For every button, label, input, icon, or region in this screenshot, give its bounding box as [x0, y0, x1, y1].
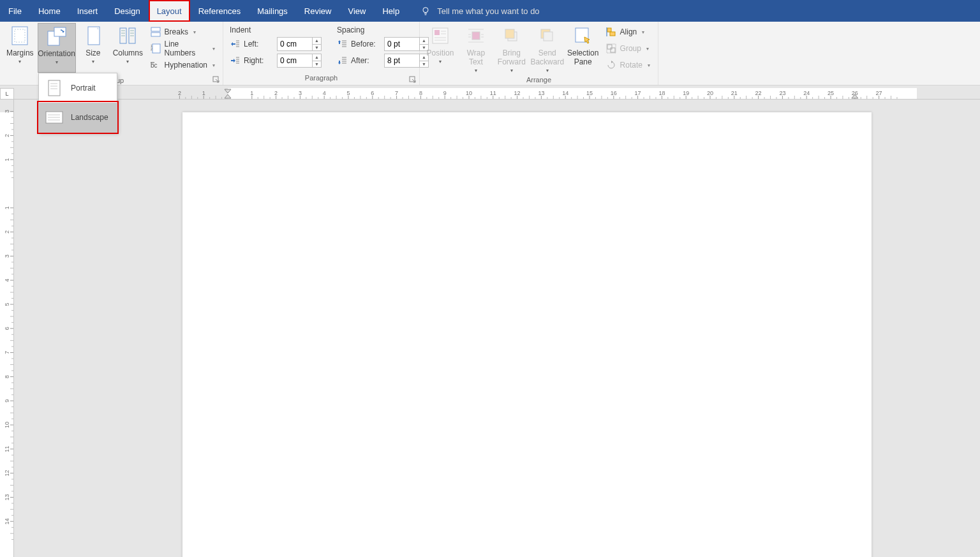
indent-right-label: Right:: [244, 56, 273, 65]
svg-text:24: 24: [803, 90, 810, 96]
menu-design[interactable]: Design: [106, 0, 148, 22]
wrap-text-icon: [466, 26, 486, 46]
svg-text:2: 2: [178, 90, 181, 96]
group-arrange: Position▾ Wrap Text▾ Bring Forward▾ Send…: [420, 22, 658, 85]
send-backward-button: Send Backward▾: [530, 23, 565, 73]
svg-text:7: 7: [395, 90, 398, 96]
indent-right-spinner[interactable]: ▲▼: [277, 54, 322, 68]
page-setup-launcher[interactable]: [212, 76, 220, 84]
svg-text:3: 3: [4, 255, 10, 258]
bring-forward-button: Bring Forward▾: [494, 23, 530, 73]
svg-text:5: 5: [4, 302, 10, 306]
svg-point-0: [423, 8, 428, 13]
paragraph-launcher[interactable]: [409, 76, 417, 84]
breaks-button[interactable]: Breaks▾: [148, 24, 218, 40]
svg-text:2: 2: [4, 230, 10, 234]
indent-right-input[interactable]: [278, 54, 312, 67]
horizontal-ruler[interactable]: 2112345678910111213141516171819202122232…: [14, 88, 980, 100]
menu-mailings[interactable]: Mailings: [249, 0, 296, 22]
landscape-thumb-icon: [45, 111, 63, 124]
position-icon: [430, 26, 450, 46]
align-icon: [606, 27, 616, 37]
svg-text:5: 5: [346, 90, 350, 96]
wrap-text-button: Wrap Text▾: [458, 23, 494, 73]
indent-left-icon: [230, 39, 240, 49]
hyphenation-button[interactable]: bc Hyphenation▾: [148, 57, 218, 73]
spacing-after-input[interactable]: [385, 54, 419, 67]
svg-rect-45: [472, 32, 480, 40]
svg-rect-57: [607, 28, 611, 32]
spacing-before-input[interactable]: [385, 38, 419, 50]
menu-help[interactable]: Help: [374, 0, 408, 22]
menu-home[interactable]: Home: [30, 0, 69, 22]
svg-rect-62: [607, 44, 616, 53]
columns-button[interactable]: Columns▾: [110, 23, 145, 73]
orientation-icon: [47, 26, 67, 47]
document-page[interactable]: [182, 112, 872, 557]
tell-me-search[interactable]: [420, 0, 603, 22]
svg-text:4: 4: [4, 279, 10, 282]
svg-rect-60: [607, 45, 612, 49]
document-area[interactable]: [14, 100, 980, 557]
indent-left-spinner[interactable]: ▲▼: [277, 37, 322, 51]
columns-icon: [117, 26, 138, 46]
svg-text:11: 11: [490, 90, 496, 96]
spacing-before-icon: [337, 39, 347, 49]
svg-text:16: 16: [611, 90, 617, 96]
svg-text:1: 1: [4, 158, 10, 161]
spacing-after-icon: [337, 56, 347, 66]
send-backward-icon: [537, 26, 558, 46]
svg-text:6: 6: [4, 327, 10, 330]
menu-references[interactable]: References: [190, 0, 249, 22]
menu-insert[interactable]: Insert: [69, 0, 107, 22]
svg-text:19: 19: [683, 90, 689, 96]
svg-rect-16: [152, 44, 160, 53]
size-button[interactable]: Size▾: [76, 23, 111, 73]
svg-text:9: 9: [4, 399, 10, 403]
menu-layout[interactable]: Layout: [149, 0, 190, 22]
svg-text:14: 14: [562, 90, 568, 96]
indent-left-label: Left:: [244, 40, 273, 48]
spin-down[interactable]: ▼: [313, 45, 321, 51]
svg-text:1: 1: [4, 206, 10, 209]
spacing-heading: Spacing: [337, 23, 429, 36]
menu-file[interactable]: File: [0, 0, 30, 22]
spin-down[interactable]: ▼: [313, 61, 321, 68]
svg-rect-58: [610, 32, 615, 36]
line-numbers-button[interactable]: 12 Line Numbers▾: [148, 41, 218, 56]
spacing-after-label: After:: [351, 56, 380, 65]
margins-icon: [10, 26, 30, 46]
spin-up[interactable]: ▲: [313, 38, 321, 45]
svg-text:4: 4: [323, 90, 326, 96]
vertical-ruler[interactable]: 3211234567891011121314: [0, 100, 14, 557]
svg-text:2: 2: [151, 47, 152, 51]
ruler-corner-tab-selector[interactable]: L: [0, 88, 14, 100]
group-button: Group▾: [604, 41, 653, 56]
paragraph-group-label: Paragraph: [305, 74, 338, 82]
orientation-button[interactable]: Orientation▾: [38, 23, 76, 73]
svg-text:10: 10: [466, 90, 472, 96]
tell-me-input[interactable]: [437, 6, 603, 16]
orientation-option-landscape[interactable]: Landscape: [39, 103, 117, 132]
svg-text:12: 12: [4, 470, 10, 477]
line-numbers-icon: 12: [151, 43, 161, 54]
group-paragraph: Indent Left: ▲▼ Right: ▲▼ Spacing Before…: [223, 22, 420, 85]
svg-text:11: 11: [4, 446, 10, 452]
ribbon-layout: Margins▾ Orientation▾ Size▾ Columns▾ Bre…: [0, 22, 980, 85]
indent-left-input[interactable]: [278, 38, 312, 50]
svg-text:17: 17: [635, 90, 641, 96]
spin-up[interactable]: ▲: [313, 54, 321, 61]
align-button[interactable]: Align▾: [604, 24, 653, 40]
svg-rect-63: [48, 80, 60, 96]
svg-text:8: 8: [4, 375, 10, 378]
svg-text:2: 2: [274, 90, 278, 96]
rotate-button: Rotate▾: [604, 57, 653, 73]
selection-pane-button[interactable]: Selection Pane: [565, 23, 601, 73]
margins-button[interactable]: Margins▾: [3, 23, 38, 73]
bring-forward-icon: [501, 26, 522, 46]
menu-view[interactable]: View: [339, 0, 374, 22]
svg-text:bc: bc: [151, 62, 158, 69]
svg-rect-5: [88, 27, 100, 45]
orientation-option-portrait[interactable]: Portrait: [39, 73, 117, 103]
menu-review[interactable]: Review: [296, 0, 340, 22]
